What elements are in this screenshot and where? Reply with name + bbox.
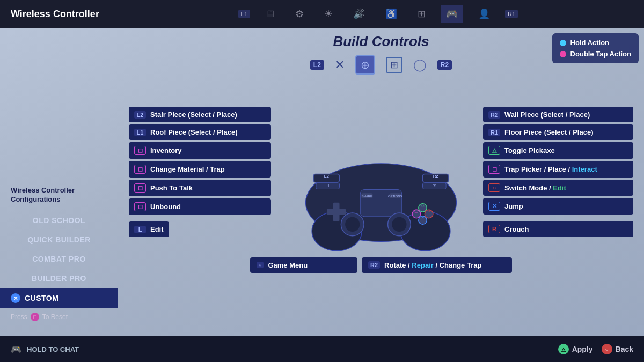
full-center: Build Controls L2 ✕ ⊕ ⊞ ◯ R2 L2 Stair Pi… [118, 33, 644, 336]
sq-label-trap: ◻ [488, 165, 500, 174]
edit-button[interactable]: L Edit [129, 221, 169, 237]
right-panel: R2 Wall Piece (Select / Place) R1 Floor … [483, 107, 633, 237]
apply-triangle-icon: △ [558, 344, 569, 354]
svg-text:△: △ [421, 202, 425, 207]
svg-text:SHARE: SHARE [362, 195, 372, 198]
button-row: L2 ✕ ⊕ ⊞ ◯ R2 [310, 55, 452, 75]
apply-label: Apply [572, 345, 593, 353]
circle-label: ○ [488, 183, 500, 192]
stair-piece-button[interactable]: L2 Stair Piece (Select / Place) [129, 107, 271, 122]
inventory-button[interactable]: ◻ Inventory [129, 142, 271, 159]
svg-rect-5 [327, 209, 346, 215]
floor-piece-label: Floor Piece (Select / Place) [504, 128, 628, 136]
game-menu-label: Game Menu [268, 261, 308, 269]
repair-highlight: Repair [412, 261, 433, 269]
bottom-bar: 🎮 HOLD TO CHAT △ Apply ○ Back [0, 336, 644, 362]
svg-text:OPTIONS: OPTIONS [388, 195, 402, 198]
user-icon[interactable]: 👤 [473, 5, 495, 23]
trap-picker-button[interactable]: ◻ Trap Picker / Place / Interact [483, 161, 633, 178]
volume-icon[interactable]: 🔊 [348, 5, 370, 23]
hold-to-chat-label: HOLD TO CHAT [27, 345, 79, 353]
svg-text:○: ○ [427, 208, 430, 213]
sidebar-title: Wireless Controller Configurations [0, 186, 118, 211]
crouch-button[interactable]: R Crouch [483, 221, 633, 237]
wall-piece-button[interactable]: R2 Wall Piece (Select / Place) [483, 107, 633, 122]
bottom-actions: △ Apply ○ Back [558, 344, 633, 354]
r2-label-rotate: R2 [368, 261, 380, 269]
apply-action[interactable]: △ Apply [558, 344, 593, 354]
settings-icon[interactable]: ⚙ [290, 5, 309, 23]
svg-text:R2: R2 [433, 174, 438, 179]
sidebar-item-custom[interactable]: ✕ CUSTOM [0, 288, 118, 308]
cross-btn-icon: ✕ [335, 58, 345, 72]
x-badge: ✕ [11, 293, 20, 303]
network-icon[interactable]: ⊞ [412, 5, 431, 23]
sidebar: Wireless Controller Configurations OLD S… [0, 28, 118, 336]
controller-icon[interactable]: 🎮 [441, 5, 463, 23]
svg-text:L2: L2 [324, 174, 329, 179]
r2-button-icon: R2 [437, 60, 452, 70]
back-action[interactable]: ○ Back [602, 344, 633, 354]
roof-piece-label: Roof Piece (Select / Place) [150, 128, 266, 136]
build-controls-title: Build Controls [333, 33, 429, 50]
toggle-pickaxe-label: Toggle Pickaxe [504, 146, 628, 154]
main-content: Wireless Controller Configurations OLD S… [0, 28, 644, 336]
change-material-button[interactable]: ◻ Change Material / Trap [129, 161, 271, 178]
back-circle-icon: ○ [602, 344, 612, 354]
stair-piece-label: Stair Piece (Select / Place) [150, 110, 266, 119]
svg-point-11 [345, 217, 360, 231]
l1-badge[interactable]: L1 [238, 10, 250, 18]
change-material-label: Change Material / Trap [150, 165, 266, 173]
game-menu-button[interactable]: ○ Game Menu [250, 257, 357, 273]
switch-mode-button[interactable]: ○ Switch Mode / Edit [483, 180, 633, 196]
trap-picker-label: Trap Picker / Place / Interact [504, 165, 628, 173]
jump-label: Jump [504, 202, 628, 210]
l2-label: L2 [134, 111, 146, 119]
svg-text:R1: R1 [432, 183, 437, 187]
sidebar-item-old-school[interactable]: OLD SCHOOL [0, 211, 118, 230]
custom-label: CUSTOM [25, 294, 58, 302]
push-to-talk-label: Push To Talk [150, 184, 266, 192]
cross-label: ✕ [488, 202, 500, 211]
svg-text:L1: L1 [325, 183, 330, 187]
brightness-icon[interactable]: ☀ [319, 5, 338, 23]
dpad-icon: ⊕ [355, 55, 375, 75]
sq-label-unb: ◻ [134, 202, 146, 211]
r-label: R [488, 225, 500, 233]
monitor-icon[interactable]: 🖥 [260, 5, 280, 23]
sidebar-item-quick-builder[interactable]: QUICK BUILDER [0, 230, 118, 249]
rotate-button[interactable]: R2 Rotate / Repair / Change Trap [362, 257, 512, 273]
left-panel: L2 Stair Piece (Select / Place) L1 Roof … [129, 107, 271, 237]
unbound-label: Unbound [150, 203, 266, 211]
reset-suffix: To Reset [42, 313, 68, 321]
unbound-button[interactable]: ◻ Unbound [129, 198, 271, 215]
crouch-label: Crouch [504, 225, 628, 233]
r1-badge[interactable]: R1 [505, 10, 518, 18]
reset-press-label: Press [11, 313, 27, 321]
l2-button-icon: L2 [310, 60, 324, 70]
l-label-edit: L [134, 226, 146, 233]
sidebar-item-builder-pro[interactable]: BUILDER PRO [0, 269, 118, 288]
circle-btn-icon: ◯ [413, 58, 427, 72]
bottom-row: ○ Game Menu R2 Rotate / Repair / Change … [123, 257, 639, 273]
jump-button[interactable]: ✕ Jump [483, 198, 633, 215]
chat-icon: 🎮 [11, 344, 21, 354]
page-title-bar: Wireless Controller [11, 9, 99, 20]
accessibility-icon[interactable]: ♿ [380, 5, 402, 23]
options-label: ○ [257, 262, 264, 268]
controller-svg: SHARE OPTIONS L2 R2 L1 R1 △ [298, 144, 464, 251]
sq-label-inv: ◻ [134, 146, 146, 155]
sq-label-ptt: ◻ [134, 183, 146, 193]
reset-circle-icon: ◻ [31, 313, 39, 321]
sq-label-mat: ◻ [134, 165, 146, 174]
roof-piece-button[interactable]: L1 Roof Piece (Select / Place) [129, 124, 271, 140]
back-label: Back [616, 345, 633, 353]
sidebar-item-combat-pro[interactable]: COMBAT PRO [0, 249, 118, 269]
floor-piece-button[interactable]: R1 Floor Piece (Select / Place) [483, 124, 633, 140]
svg-point-13 [392, 217, 406, 231]
push-to-talk-button[interactable]: ◻ Push To Talk [129, 180, 271, 196]
toggle-pickaxe-button[interactable]: △ Toggle Pickaxe [483, 142, 633, 159]
sidebar-reset: Press ◻ To Reset [0, 308, 118, 326]
grid-icon: ⊞ [386, 57, 402, 73]
edit-label: Edit [150, 225, 164, 233]
